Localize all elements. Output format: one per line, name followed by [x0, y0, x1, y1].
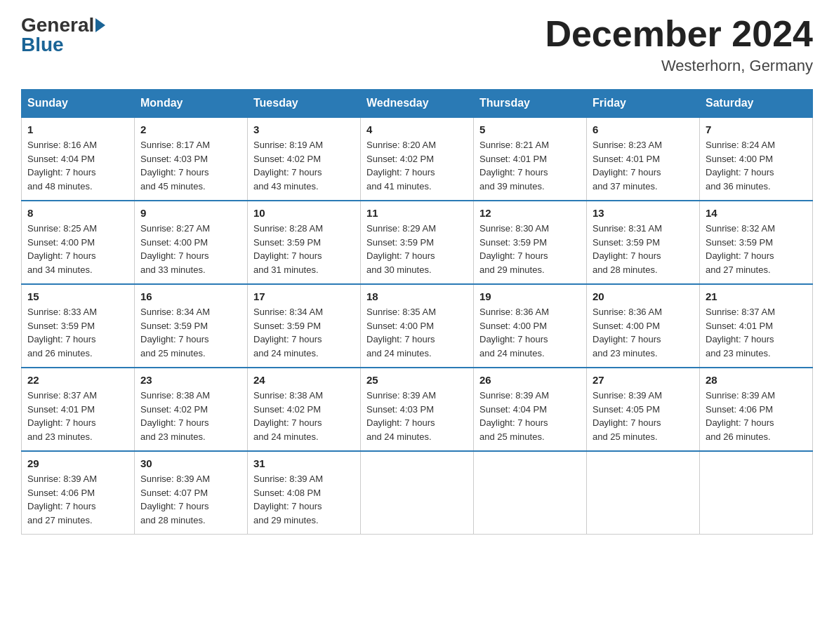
calendar-cell: 13Sunrise: 8:31 AM Sunset: 3:59 PM Dayli…	[587, 201, 700, 284]
calendar-cell: 1Sunrise: 8:16 AM Sunset: 4:04 PM Daylig…	[22, 117, 135, 201]
day-info: Sunrise: 8:36 AM Sunset: 4:00 PM Dayligh…	[479, 305, 581, 360]
calendar-cell: 10Sunrise: 8:28 AM Sunset: 3:59 PM Dayli…	[248, 201, 361, 284]
day-info: Sunrise: 8:36 AM Sunset: 4:00 PM Dayligh…	[593, 305, 694, 360]
calendar-cell: 3Sunrise: 8:19 AM Sunset: 4:02 PM Daylig…	[248, 117, 361, 201]
day-info: Sunrise: 8:16 AM Sunset: 4:04 PM Dayligh…	[27, 138, 128, 193]
day-info: Sunrise: 8:20 AM Sunset: 4:02 PM Dayligh…	[366, 138, 468, 193]
day-info: Sunrise: 8:25 AM Sunset: 4:00 PM Dayligh…	[27, 222, 128, 276]
calendar-cell: 20Sunrise: 8:36 AM Sunset: 4:00 PM Dayli…	[587, 284, 700, 368]
day-number: 9	[140, 207, 241, 219]
location: Westerhorn, Germany	[545, 57, 813, 75]
calendar-cell: 8Sunrise: 8:25 AM Sunset: 4:00 PM Daylig…	[22, 201, 135, 284]
calendar-cell: 7Sunrise: 8:24 AM Sunset: 4:00 PM Daylig…	[700, 117, 813, 201]
calendar-cell: 31Sunrise: 8:39 AM Sunset: 4:08 PM Dayli…	[248, 451, 361, 535]
calendar-cell	[361, 451, 474, 535]
day-number: 7	[706, 123, 807, 135]
calendar-cell: 9Sunrise: 8:27 AM Sunset: 4:00 PM Daylig…	[135, 201, 248, 284]
day-number: 21	[706, 290, 807, 302]
day-number: 5	[479, 123, 581, 135]
day-info: Sunrise: 8:39 AM Sunset: 4:06 PM Dayligh…	[27, 472, 128, 527]
day-info: Sunrise: 8:31 AM Sunset: 3:59 PM Dayligh…	[593, 222, 694, 276]
calendar-cell: 28Sunrise: 8:39 AM Sunset: 4:06 PM Dayli…	[700, 368, 813, 451]
day-info: Sunrise: 8:39 AM Sunset: 4:06 PM Dayligh…	[706, 389, 807, 443]
logo-blue: Blue	[21, 34, 64, 56]
day-number: 13	[593, 207, 694, 219]
title-area: December 2024 Westerhorn, Germany	[545, 14, 813, 75]
calendar-cell: 12Sunrise: 8:30 AM Sunset: 3:59 PM Dayli…	[474, 201, 587, 284]
col-header-friday: Friday	[587, 90, 700, 118]
day-info: Sunrise: 8:29 AM Sunset: 3:59 PM Dayligh…	[366, 222, 468, 276]
day-number: 12	[479, 207, 581, 219]
calendar-cell: 22Sunrise: 8:37 AM Sunset: 4:01 PM Dayli…	[22, 368, 135, 451]
calendar-cell: 2Sunrise: 8:17 AM Sunset: 4:03 PM Daylig…	[135, 117, 248, 201]
day-info: Sunrise: 8:34 AM Sunset: 3:59 PM Dayligh…	[253, 305, 355, 360]
day-number: 28	[706, 374, 807, 386]
col-header-saturday: Saturday	[700, 90, 813, 118]
day-number: 26	[479, 374, 581, 386]
calendar-cell: 19Sunrise: 8:36 AM Sunset: 4:00 PM Dayli…	[474, 284, 587, 368]
day-info: Sunrise: 8:39 AM Sunset: 4:08 PM Dayligh…	[253, 472, 355, 527]
calendar-cell: 11Sunrise: 8:29 AM Sunset: 3:59 PM Dayli…	[361, 201, 474, 284]
day-info: Sunrise: 8:39 AM Sunset: 4:04 PM Dayligh…	[479, 389, 581, 443]
calendar-cell: 23Sunrise: 8:38 AM Sunset: 4:02 PM Dayli…	[135, 368, 248, 451]
day-number: 2	[140, 123, 241, 135]
calendar-cell: 18Sunrise: 8:35 AM Sunset: 4:00 PM Dayli…	[361, 284, 474, 368]
calendar-cell: 16Sunrise: 8:34 AM Sunset: 3:59 PM Dayli…	[135, 284, 248, 368]
week-row-4: 22Sunrise: 8:37 AM Sunset: 4:01 PM Dayli…	[22, 368, 813, 451]
calendar-cell: 14Sunrise: 8:32 AM Sunset: 3:59 PM Dayli…	[700, 201, 813, 284]
day-info: Sunrise: 8:30 AM Sunset: 3:59 PM Dayligh…	[479, 222, 581, 276]
day-number: 20	[593, 290, 694, 302]
col-header-monday: Monday	[135, 90, 248, 118]
day-info: Sunrise: 8:37 AM Sunset: 4:01 PM Dayligh…	[27, 389, 128, 443]
month-title: December 2024	[545, 14, 813, 54]
day-number: 4	[366, 123, 468, 135]
calendar-cell: 17Sunrise: 8:34 AM Sunset: 3:59 PM Dayli…	[248, 284, 361, 368]
col-header-tuesday: Tuesday	[248, 90, 361, 118]
day-number: 1	[27, 123, 128, 135]
day-info: Sunrise: 8:28 AM Sunset: 3:59 PM Dayligh…	[253, 222, 355, 276]
logo: General Blue	[21, 14, 105, 56]
week-row-2: 8Sunrise: 8:25 AM Sunset: 4:00 PM Daylig…	[22, 201, 813, 284]
day-number: 3	[253, 123, 355, 135]
day-number: 10	[253, 207, 355, 219]
day-number: 15	[27, 290, 128, 302]
day-number: 19	[479, 290, 581, 302]
calendar-cell: 30Sunrise: 8:39 AM Sunset: 4:07 PM Dayli…	[135, 451, 248, 535]
day-info: Sunrise: 8:38 AM Sunset: 4:02 PM Dayligh…	[140, 389, 241, 443]
day-info: Sunrise: 8:37 AM Sunset: 4:01 PM Dayligh…	[706, 305, 807, 360]
day-info: Sunrise: 8:33 AM Sunset: 3:59 PM Dayligh…	[27, 305, 128, 360]
day-number: 14	[706, 207, 807, 219]
day-info: Sunrise: 8:39 AM Sunset: 4:07 PM Dayligh…	[140, 472, 241, 527]
calendar-cell: 5Sunrise: 8:21 AM Sunset: 4:01 PM Daylig…	[474, 117, 587, 201]
week-row-5: 29Sunrise: 8:39 AM Sunset: 4:06 PM Dayli…	[22, 451, 813, 535]
calendar-cell: 27Sunrise: 8:39 AM Sunset: 4:05 PM Dayli…	[587, 368, 700, 451]
calendar-header-row: SundayMondayTuesdayWednesdayThursdayFrid…	[22, 90, 813, 118]
week-row-3: 15Sunrise: 8:33 AM Sunset: 3:59 PM Dayli…	[22, 284, 813, 368]
day-number: 29	[27, 457, 128, 469]
day-info: Sunrise: 8:39 AM Sunset: 4:03 PM Dayligh…	[366, 389, 468, 443]
day-number: 31	[253, 457, 355, 469]
day-info: Sunrise: 8:19 AM Sunset: 4:02 PM Dayligh…	[253, 138, 355, 193]
day-info: Sunrise: 8:38 AM Sunset: 4:02 PM Dayligh…	[253, 389, 355, 443]
calendar-cell	[700, 451, 813, 535]
day-number: 8	[27, 207, 128, 219]
calendar-cell: 29Sunrise: 8:39 AM Sunset: 4:06 PM Dayli…	[22, 451, 135, 535]
calendar-cell: 24Sunrise: 8:38 AM Sunset: 4:02 PM Dayli…	[248, 368, 361, 451]
calendar-cell: 26Sunrise: 8:39 AM Sunset: 4:04 PM Dayli…	[474, 368, 587, 451]
day-number: 23	[140, 374, 241, 386]
col-header-wednesday: Wednesday	[361, 90, 474, 118]
day-info: Sunrise: 8:39 AM Sunset: 4:05 PM Dayligh…	[593, 389, 694, 443]
calendar-cell	[474, 451, 587, 535]
day-number: 30	[140, 457, 241, 469]
day-number: 16	[140, 290, 241, 302]
calendar-table: SundayMondayTuesdayWednesdayThursdayFrid…	[21, 89, 813, 535]
calendar-cell	[587, 451, 700, 535]
day-number: 25	[366, 374, 468, 386]
calendar-cell: 25Sunrise: 8:39 AM Sunset: 4:03 PM Dayli…	[361, 368, 474, 451]
day-info: Sunrise: 8:21 AM Sunset: 4:01 PM Dayligh…	[479, 138, 581, 193]
logo-arrow-icon	[95, 18, 105, 32]
day-info: Sunrise: 8:35 AM Sunset: 4:00 PM Dayligh…	[366, 305, 468, 360]
calendar-cell: 15Sunrise: 8:33 AM Sunset: 3:59 PM Dayli…	[22, 284, 135, 368]
calendar-cell: 6Sunrise: 8:23 AM Sunset: 4:01 PM Daylig…	[587, 117, 700, 201]
col-header-thursday: Thursday	[474, 90, 587, 118]
